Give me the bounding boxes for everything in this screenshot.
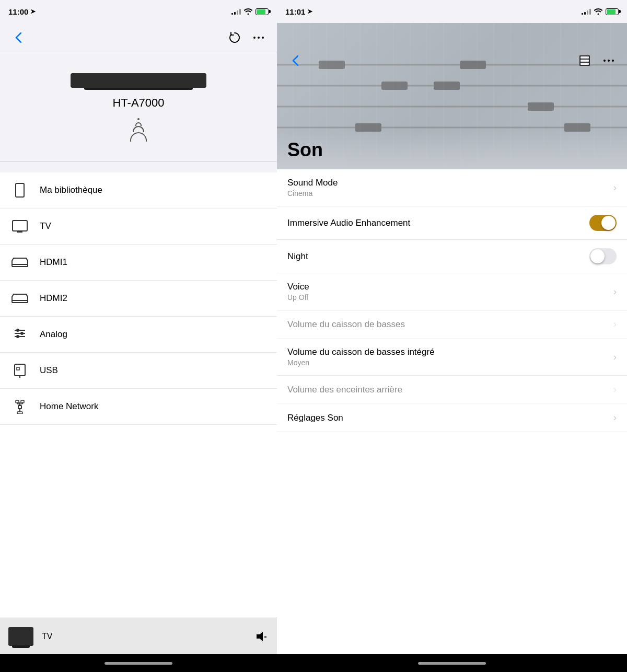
right-home-indicator [277, 654, 627, 672]
immersive-audio-toggle[interactable] [589, 215, 617, 231]
sound-mode-chevron: › [613, 182, 617, 193]
left-time: 11:00 ➤ [8, 7, 36, 16]
svg-rect-33 [17, 412, 22, 414]
menu-item-usb[interactable]: USB [0, 353, 277, 389]
time-text: 11:00 [8, 7, 28, 16]
settings-list: Sound Mode Cinema › Immersive Audio Enha… [277, 169, 627, 654]
svg-marker-34 [257, 632, 263, 641]
left-panel: 11:00 ➤ [0, 0, 277, 672]
menu-item-hdmi2[interactable]: HDMI2 [0, 281, 277, 317]
more-button-right[interactable] [601, 53, 617, 68]
device-name: HT-A7000 [112, 96, 164, 110]
battery-fill [257, 9, 265, 14]
svg-rect-22 [17, 367, 19, 370]
bottom-device-icon [8, 627, 33, 646]
right-back-button[interactable] [287, 53, 303, 68]
location-icon: ➤ [30, 8, 36, 15]
sound-settings-title: Réglages Son [287, 413, 343, 423]
wifi-arc-small [135, 122, 142, 126]
svg-rect-51 [580, 63, 589, 65]
svg-rect-24 [18, 405, 21, 409]
signal-bar-2 [234, 12, 236, 15]
subwoofer-integrated-right: › [613, 352, 617, 363]
night-toggle[interactable] [589, 248, 617, 264]
divider-top [0, 161, 277, 162]
sound-mode-right: › [613, 182, 617, 193]
bottom-bar: TV [0, 618, 277, 654]
svg-point-54 [612, 60, 614, 62]
voice-sub: Up Off [287, 293, 309, 302]
svg-rect-3 [16, 183, 24, 197]
usb-label: USB [40, 365, 58, 376]
wifi-dot [137, 118, 140, 120]
svg-point-19 [20, 332, 24, 335]
svg-point-53 [608, 60, 610, 62]
subwoofer-integrated-chevron: › [613, 352, 617, 363]
svg-rect-46 [434, 82, 460, 90]
bottom-label: TV [42, 632, 248, 641]
right-home-bar [418, 662, 486, 665]
immersive-audio-toggle-knob [601, 216, 616, 230]
right-location-icon: ➤ [307, 8, 312, 15]
volume-icon[interactable] [256, 631, 269, 642]
home-network-label: Home Network [40, 401, 98, 412]
right-signal-bar-1 [582, 13, 583, 15]
svg-point-2 [262, 37, 264, 39]
rear-speakers-chevron: › [613, 384, 617, 395]
subwoofer-integrated-sub: Moyen [287, 358, 435, 367]
battery-icon [256, 8, 269, 15]
svg-marker-11 [12, 294, 28, 300]
device-image [71, 73, 206, 88]
hero-title-bar: Son [277, 131, 627, 169]
left-back-button[interactable] [10, 30, 26, 45]
settings-item-sound-settings[interactable]: Réglages Son › [277, 404, 627, 432]
night-title: Night [287, 251, 308, 262]
menu-item-home-network[interactable]: Home Network [0, 389, 277, 425]
left-status-right [231, 8, 269, 15]
more-button-left[interactable] [251, 30, 266, 45]
night-toggle-knob [590, 249, 605, 263]
hero-section: Son [277, 23, 627, 169]
signal-bar-3 [237, 10, 238, 15]
left-home-indicator [0, 654, 277, 672]
subwoofer-right: › [613, 319, 617, 330]
sound-mode-left: Sound Mode Cinema [287, 178, 338, 198]
right-nav-right [577, 53, 617, 68]
svg-point-0 [253, 37, 256, 39]
right-signal-bar-2 [584, 12, 586, 15]
signal-bar-1 [231, 13, 233, 15]
svg-rect-42 [381, 82, 408, 90]
menu-item-tv[interactable]: TV [0, 208, 277, 245]
network-icon [10, 397, 29, 416]
settings-item-night[interactable]: Night [277, 240, 627, 273]
rear-speakers-left: Volume des enceintes arrière [287, 385, 402, 395]
device-section: HT-A7000 [0, 52, 277, 157]
settings-item-sound-mode[interactable]: Sound Mode Cinema › [277, 169, 627, 206]
settings-item-subwoofer-integrated[interactable]: Volume du caisson de basses intégré Moye… [277, 339, 627, 376]
tv-icon [10, 217, 29, 236]
right-signal-bar-3 [587, 10, 588, 15]
grid-button[interactable] [577, 53, 593, 68]
menu-item-library[interactable]: Ma bibliothèque [0, 172, 277, 208]
rear-speakers-right: › [613, 384, 617, 395]
analog-icon [10, 325, 29, 344]
settings-item-voice[interactable]: Voice Up Off › [277, 273, 627, 310]
left-home-bar [104, 662, 172, 665]
svg-point-52 [603, 60, 606, 62]
subwoofer-chevron: › [613, 319, 617, 330]
hero-title: Son [287, 139, 617, 161]
night-left: Night [287, 251, 308, 262]
right-status-bar: 11:01 ➤ [277, 0, 627, 23]
voice-chevron: › [613, 286, 617, 297]
settings-item-immersive-audio[interactable]: Immersive Audio Enhancement [277, 206, 627, 240]
left-nav-right [227, 30, 266, 45]
svg-rect-49 [580, 56, 589, 59]
subwoofer-title: Volume du caisson de basses [287, 319, 405, 330]
menu-item-hdmi1[interactable]: HDMI1 [0, 245, 277, 281]
right-nav [277, 46, 627, 75]
menu-item-analog[interactable]: Analog [0, 317, 277, 353]
voice-title: Voice [287, 282, 309, 292]
refresh-button[interactable] [227, 30, 242, 45]
signal-bar-4 [239, 9, 241, 15]
svg-point-1 [258, 37, 260, 39]
